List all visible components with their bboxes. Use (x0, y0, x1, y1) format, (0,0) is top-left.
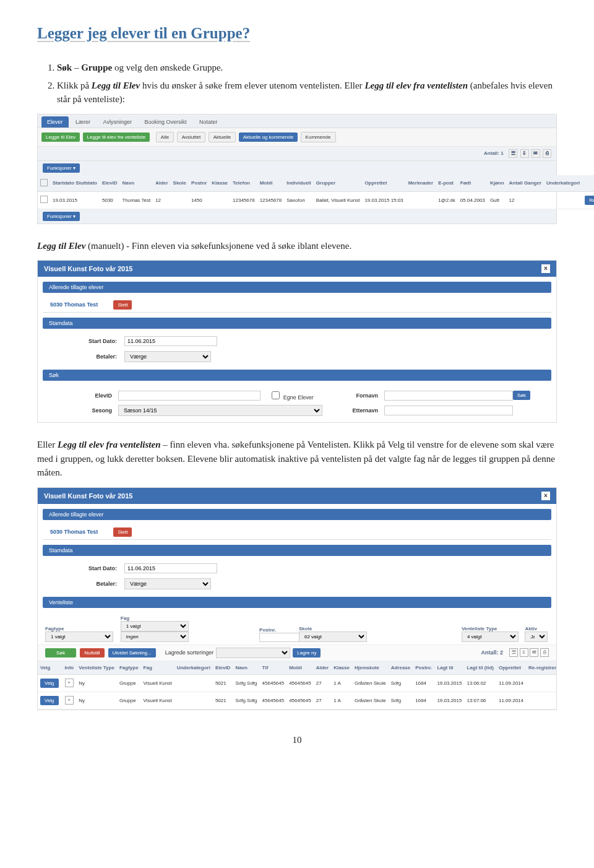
allerede-header-2: Allerede tillagte elever (43, 509, 551, 520)
count-bar: Antall: 1 ☰ ⇩ ✉ ⎙ (38, 147, 556, 161)
sesong-select[interactable]: Sæson 14/15 (118, 405, 322, 416)
betaler-label: Betaler: (67, 354, 124, 360)
stamdata-header: Stamdata (43, 318, 551, 329)
export-csv-icon[interactable]: ⇩ (520, 648, 528, 657)
lower-paragraph: Eller Legg til elev fra ventelisten – fi… (37, 438, 557, 480)
fornavn-label: Fornavn (329, 393, 378, 399)
start-dato-label-2: Start Dato: (67, 565, 124, 571)
tab-laerer[interactable]: Lærer (70, 116, 96, 128)
fagtype-select[interactable]: 1 valgt (45, 631, 113, 642)
tab-booking-oversikt[interactable]: Booking Oversikt (139, 116, 192, 128)
lagrede-label: Lagrede sorteringer (165, 649, 214, 656)
fag-select[interactable]: 1 valgt (121, 621, 189, 631)
vl-count: Antall: 2 (481, 649, 503, 656)
chip-alle[interactable]: Alle (156, 132, 174, 142)
legge-til-elev-button[interactable]: Legge til Elev (41, 132, 80, 142)
page-title: Legger jeg elever til en Gruppe? (37, 25, 557, 42)
egne-elever-checkbox[interactable] (272, 391, 280, 399)
betaler-label-2: Betaler: (67, 581, 124, 587)
betaler-select-2[interactable]: Værge (124, 578, 211, 589)
add-elev-modal: Visuell Kunst Foto vår 2015 × Allerede t… (37, 260, 557, 423)
sesong-label: Sesong (62, 407, 112, 414)
skole-select[interactable]: 62 valgt (299, 631, 367, 642)
print-icon[interactable]: ⎙ (543, 149, 551, 158)
expand-icon[interactable]: + (65, 679, 74, 687)
fag-select-2[interactable]: Ingen (121, 631, 189, 642)
print-icon[interactable]: ⎙ (540, 648, 549, 657)
export-icons-2: ☰ ⇩ ✉ ⎙ (509, 648, 549, 657)
start-dato-input[interactable] (124, 336, 217, 346)
close-icon[interactable]: × (541, 492, 550, 500)
rediger-button[interactable]: Rediger (585, 196, 594, 205)
table-row: 19.03.2015 5030 Thomas Test 12 1450 1234… (38, 191, 594, 209)
start-dato-label: Start Dato: (67, 338, 124, 344)
velg-button[interactable]: Velg (40, 696, 59, 705)
fornavn-input[interactable] (384, 391, 513, 401)
venteliste-table: VelgInfoVenteliste TypeFagtypeFagUnderka… (38, 661, 556, 710)
table-row: Velg + NyGruppeVisuell Kunst5021Sdfg Sdf… (38, 674, 556, 692)
start-dato-input-2[interactable] (124, 563, 217, 573)
chip-avsluttet[interactable]: Avsluttet (177, 132, 206, 142)
mid-paragraph: Legg til Elev (manuelt) - Finn eleven vi… (37, 239, 557, 253)
postnr-input[interactable] (259, 633, 299, 642)
elevid-label: ElevID (62, 393, 112, 399)
etternavn-label: Etternavn (329, 407, 378, 414)
funksjoner-dropdown-top[interactable]: Funksjoner ▾ (43, 163, 80, 173)
vl-utvidet-button[interactable]: Utvidet Søkning... (108, 648, 156, 658)
vl-sok-button[interactable]: Søk (45, 648, 76, 658)
student-link[interactable]: 5030 Thomas Test (50, 302, 98, 308)
page-number: 10 (37, 735, 557, 745)
sok-button[interactable]: Søk (513, 391, 530, 400)
slett-student-button[interactable]: Slett (113, 300, 132, 310)
step-2: Klikk på Legg til Elev hvis du ønsker å … (57, 79, 557, 106)
stamdata-header-2: Stamdata (43, 545, 551, 556)
etternavn-input[interactable] (384, 406, 513, 415)
toolbar: Legge til Elev Legge til elev fra ventel… (38, 128, 556, 147)
chip-aktuelle-kommende[interactable]: Aktuelle og kommende (239, 132, 298, 142)
slett-student-button-2[interactable]: Slett (113, 527, 132, 537)
lagrede-select[interactable] (216, 648, 290, 658)
export-excel-icon[interactable]: ☰ (509, 149, 517, 158)
vltype-select[interactable]: 4 valgt (462, 631, 519, 642)
betaler-select[interactable]: Værge (124, 351, 211, 362)
venteliste-header: Venteliste (43, 597, 551, 608)
vl-nullstill-button[interactable]: Nullstill (80, 648, 104, 658)
sok-header: Søk (43, 370, 551, 381)
aktiv-select[interactable]: Ja (525, 631, 548, 642)
tab-elever[interactable]: Elever (41, 116, 69, 128)
close-icon[interactable]: × (541, 264, 550, 273)
steps-list: Søk – Gruppe og velg den ønskede Gruppe.… (37, 61, 557, 106)
modal-title: Visuell Kunst Foto vår 2015 (44, 265, 132, 272)
row-checkbox[interactable] (40, 196, 48, 203)
step-1: Søk – Gruppe og velg den ønskede Gruppe. (57, 61, 557, 75)
velg-button[interactable]: Velg (40, 679, 59, 688)
mail-icon[interactable]: ✉ (532, 149, 540, 158)
tab-notater[interactable]: Notater (194, 116, 223, 128)
student-link-2[interactable]: 5030 Thomas Test (50, 529, 98, 535)
modal2-title: Visuell Kunst Foto vår 2015 (44, 492, 132, 500)
count-label: Antall: 1 (484, 150, 504, 156)
venteliste-modal: Visuell Kunst Foto vår 2015 × Allerede t… (37, 487, 557, 710)
export-icons: ☰ ⇩ ✉ ⎙ (507, 150, 551, 156)
chip-kommende[interactable]: Kommende (301, 132, 336, 142)
tab-bar: Elever Lærer Avlysninger Booking Oversik… (38, 115, 556, 128)
chip-aktuelle[interactable]: Aktuelle (209, 132, 236, 142)
select-all-checkbox[interactable] (40, 179, 48, 186)
allerede-header: Allerede tillagte elever (43, 282, 551, 293)
elever-table: Startdato SluttdatoElevIDNavnAlderSkoleP… (38, 175, 594, 209)
export-csv-icon[interactable]: ⇩ (520, 149, 529, 158)
expand-icon[interactable]: + (65, 696, 74, 705)
legge-til-elev-venteliste-button[interactable]: Legge til elev fra venteliste (83, 132, 150, 142)
table-row: Velg + NyGruppeVisuell Kunst5021Sdfg Sdf… (38, 692, 556, 709)
tab-avlysninger[interactable]: Avlysninger (98, 116, 137, 128)
mail-icon[interactable]: ✉ (530, 648, 538, 657)
lagre-ny-button[interactable]: Lagre ny (293, 648, 321, 658)
export-excel-icon[interactable]: ☰ (509, 648, 518, 657)
elevid-input[interactable] (118, 391, 260, 401)
funksjoner-dropdown-bottom[interactable]: Funksjoner ▾ (43, 212, 80, 221)
elever-panel: Elever Lærer Avlysninger Booking Oversik… (37, 114, 557, 224)
